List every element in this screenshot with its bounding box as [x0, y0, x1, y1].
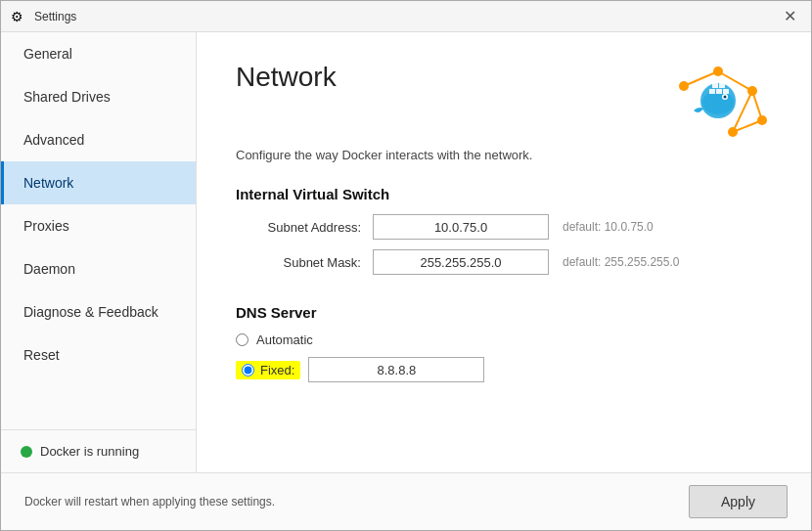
sidebar-item-diagnose[interactable]: Diagnose & Feedback [1, 290, 196, 333]
svg-point-19 [679, 81, 689, 91]
sidebar-item-general[interactable]: General [1, 32, 196, 75]
content-header: Network [236, 62, 772, 140]
title-bar-left: ⚙ Settings [11, 9, 76, 24]
sidebar-item-daemon[interactable]: Daemon [1, 247, 196, 290]
apply-button[interactable]: Apply [689, 485, 788, 518]
sidebar-item-advanced[interactable]: Advanced [1, 118, 196, 161]
page-description: Configure the way Docker interacts with … [236, 148, 676, 162]
subnet-mask-input[interactable] [373, 249, 549, 275]
subnet-address-label: Subnet Address: [236, 220, 373, 235]
docker-status-label: Docker is running [40, 444, 139, 459]
footer-bar: Docker will restart when applying these … [1, 472, 811, 530]
ivs-section-title: Internal Virtual Switch [236, 186, 772, 202]
content-area: Network [197, 32, 811, 472]
svg-rect-5 [709, 89, 715, 94]
svg-point-15 [713, 66, 723, 76]
subnet-mask-label: Subnet Mask: [236, 255, 373, 270]
subnet-address-input[interactable] [373, 214, 549, 240]
svg-point-16 [747, 86, 757, 96]
svg-rect-7 [723, 89, 729, 94]
subnet-mask-row: Subnet Mask: default: 255.255.255.0 [236, 249, 772, 275]
footer-info-text: Docker will restart when applying these … [24, 495, 275, 509]
dns-automatic-row: Automatic [236, 332, 772, 347]
sidebar-item-network[interactable]: Network [1, 161, 196, 204]
subnet-address-default: default: 10.0.75.0 [563, 220, 654, 234]
svg-rect-9 [719, 83, 725, 88]
subnet-mask-default: default: 255.255.255.0 [563, 255, 679, 269]
dns-fixed-label: Fixed: [260, 363, 294, 377]
close-button[interactable]: ✕ [778, 5, 801, 28]
dns-fixed-label-wrap: Fixed: [236, 361, 300, 379]
svg-point-4 [724, 96, 727, 99]
sidebar-item-proxies[interactable]: Proxies [1, 204, 196, 247]
settings-icon: ⚙ [11, 9, 26, 24]
sidebar: General Shared Drives Advanced Network P… [1, 32, 197, 472]
dns-automatic-radio[interactable] [236, 333, 248, 346]
dns-fixed-row: Fixed: [236, 357, 772, 382]
internal-virtual-switch-section: Internal Virtual Switch Subnet Address: … [236, 186, 772, 285]
dns-fixed-radio[interactable] [242, 364, 254, 376]
dns-automatic-label: Automatic [256, 332, 313, 347]
settings-window: ⚙ Settings ✕ General Shared Drives Advan… [0, 0, 812, 531]
dns-server-section: DNS Server Automatic Fixed: [236, 304, 772, 392]
title-bar: ⚙ Settings ✕ [1, 1, 811, 32]
page-title: Network [236, 62, 337, 93]
sidebar-items: General Shared Drives Advanced Network P… [1, 32, 196, 429]
svg-rect-6 [716, 89, 722, 94]
sidebar-footer: Docker is running [1, 429, 196, 472]
subnet-address-row: Subnet Address: default: 10.0.75.0 [236, 214, 772, 240]
svg-point-17 [757, 115, 767, 125]
docker-status-dot [21, 446, 32, 458]
title-bar-title: Settings [34, 10, 76, 23]
sidebar-item-reset[interactable]: Reset [1, 333, 196, 376]
dns-fixed-input[interactable] [308, 357, 484, 382]
docker-logo [664, 62, 772, 140]
main-content: General Shared Drives Advanced Network P… [1, 32, 811, 472]
dns-section-title: DNS Server [236, 304, 772, 321]
svg-rect-8 [712, 83, 718, 88]
svg-point-18 [728, 127, 738, 137]
sidebar-item-shared-drives[interactable]: Shared Drives [1, 75, 196, 118]
